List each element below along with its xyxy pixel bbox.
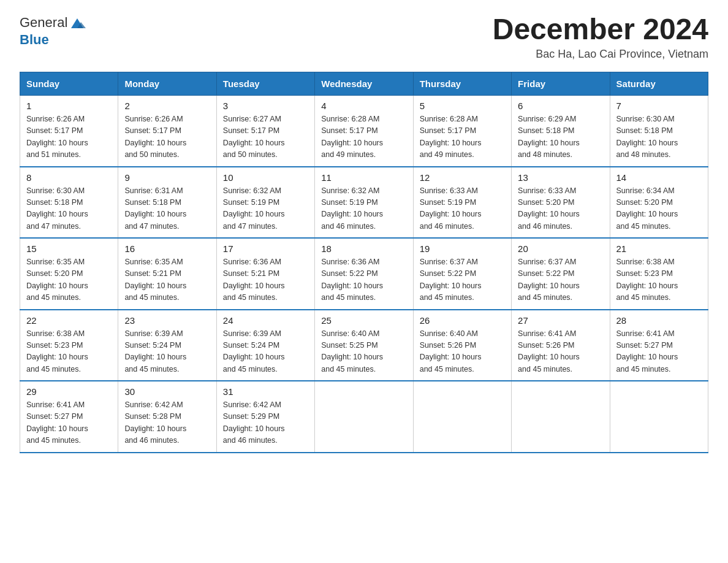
day-number: 12 (420, 172, 505, 183)
day-info: Sunrise: 6:30 AMSunset: 5:18 PMDaylight:… (616, 113, 702, 161)
weekday-header-friday: Friday (512, 72, 610, 96)
day-info: Sunrise: 6:26 AMSunset: 5:17 PMDaylight:… (26, 113, 112, 161)
calendar-day-cell: 11 Sunrise: 6:32 AMSunset: 5:19 PMDaylig… (315, 167, 413, 239)
weekday-header-monday: Monday (118, 72, 216, 96)
day-info: Sunrise: 6:37 AMSunset: 5:22 PMDaylight:… (420, 256, 505, 304)
month-title: December 2024 (493, 15, 708, 44)
calendar-day-cell: 1 Sunrise: 6:26 AMSunset: 5:17 PMDayligh… (20, 96, 118, 167)
day-info: Sunrise: 6:38 AMSunset: 5:23 PMDaylight:… (616, 256, 702, 304)
calendar-week-row: 29 Sunrise: 6:41 AMSunset: 5:27 PMDaylig… (20, 381, 708, 453)
calendar-week-row: 8 Sunrise: 6:30 AMSunset: 5:18 PMDayligh… (20, 167, 708, 239)
weekday-header-row: SundayMondayTuesdayWednesdayThursdayFrid… (20, 72, 708, 96)
calendar-day-cell: 19 Sunrise: 6:37 AMSunset: 5:22 PMDaylig… (413, 238, 511, 310)
day-number: 30 (124, 386, 210, 397)
calendar-day-cell: 5 Sunrise: 6:28 AMSunset: 5:17 PMDayligh… (413, 96, 511, 167)
day-number: 14 (616, 172, 702, 183)
day-number: 15 (26, 243, 112, 254)
calendar-day-cell: 27 Sunrise: 6:41 AMSunset: 5:26 PMDaylig… (512, 310, 610, 381)
logo-blue-text: Blue (20, 32, 49, 47)
day-number: 28 (616, 315, 702, 326)
day-info: Sunrise: 6:41 AMSunset: 5:27 PMDaylight:… (616, 328, 702, 376)
day-number: 31 (223, 386, 308, 397)
calendar-day-cell (610, 381, 708, 453)
logo: General Blue (20, 15, 86, 47)
day-number: 4 (321, 101, 406, 111)
calendar-week-row: 15 Sunrise: 6:35 AMSunset: 5:20 PMDaylig… (20, 238, 708, 310)
calendar-week-row: 22 Sunrise: 6:38 AMSunset: 5:23 PMDaylig… (20, 310, 708, 381)
day-number: 10 (223, 172, 308, 183)
weekday-header-saturday: Saturday (610, 72, 708, 96)
location-subtitle: Bac Ha, Lao Cai Province, Vietnam (493, 48, 708, 61)
day-info: Sunrise: 6:30 AMSunset: 5:18 PMDaylight:… (26, 185, 112, 233)
day-info: Sunrise: 6:35 AMSunset: 5:21 PMDaylight:… (124, 256, 210, 304)
calendar-day-cell: 26 Sunrise: 6:40 AMSunset: 5:26 PMDaylig… (413, 310, 511, 381)
calendar-table: SundayMondayTuesdayWednesdayThursdayFrid… (20, 72, 708, 453)
day-number: 27 (518, 315, 603, 326)
calendar-day-cell: 6 Sunrise: 6:29 AMSunset: 5:18 PMDayligh… (512, 96, 610, 167)
day-number: 21 (616, 243, 702, 254)
page-header: General Blue December 2024 Bac Ha, Lao C… (20, 15, 708, 61)
day-number: 24 (223, 315, 308, 326)
day-info: Sunrise: 6:39 AMSunset: 5:24 PMDaylight:… (223, 328, 308, 376)
calendar-day-cell: 16 Sunrise: 6:35 AMSunset: 5:21 PMDaylig… (118, 238, 216, 310)
day-info: Sunrise: 6:35 AMSunset: 5:20 PMDaylight:… (26, 256, 112, 304)
weekday-header-sunday: Sunday (20, 72, 118, 96)
day-number: 1 (26, 101, 112, 111)
calendar-day-cell: 29 Sunrise: 6:41 AMSunset: 5:27 PMDaylig… (20, 381, 118, 453)
calendar-day-cell: 30 Sunrise: 6:42 AMSunset: 5:28 PMDaylig… (118, 381, 216, 453)
day-number: 29 (26, 386, 112, 397)
logo-general-text: General (20, 15, 67, 30)
day-number: 2 (124, 101, 210, 111)
day-info: Sunrise: 6:36 AMSunset: 5:21 PMDaylight:… (223, 256, 308, 304)
calendar-title-area: December 2024 Bac Ha, Lao Cai Province, … (493, 15, 708, 61)
day-info: Sunrise: 6:33 AMSunset: 5:19 PMDaylight:… (420, 185, 505, 233)
day-number: 19 (420, 243, 505, 254)
day-number: 18 (321, 243, 406, 254)
calendar-day-cell: 20 Sunrise: 6:37 AMSunset: 5:22 PMDaylig… (512, 238, 610, 310)
weekday-header-tuesday: Tuesday (216, 72, 314, 96)
day-info: Sunrise: 6:29 AMSunset: 5:18 PMDaylight:… (518, 113, 603, 161)
day-number: 23 (124, 315, 210, 326)
calendar-day-cell: 7 Sunrise: 6:30 AMSunset: 5:18 PMDayligh… (610, 96, 708, 167)
day-info: Sunrise: 6:41 AMSunset: 5:27 PMDaylight:… (26, 399, 112, 447)
calendar-day-cell: 18 Sunrise: 6:36 AMSunset: 5:22 PMDaylig… (315, 238, 413, 310)
calendar-day-cell (315, 381, 413, 453)
calendar-day-cell: 2 Sunrise: 6:26 AMSunset: 5:17 PMDayligh… (118, 96, 216, 167)
day-info: Sunrise: 6:40 AMSunset: 5:25 PMDaylight:… (321, 328, 406, 376)
calendar-day-cell: 4 Sunrise: 6:28 AMSunset: 5:17 PMDayligh… (315, 96, 413, 167)
day-number: 7 (616, 101, 702, 111)
calendar-day-cell: 15 Sunrise: 6:35 AMSunset: 5:20 PMDaylig… (20, 238, 118, 310)
day-number: 17 (223, 243, 308, 254)
calendar-day-cell: 21 Sunrise: 6:38 AMSunset: 5:23 PMDaylig… (610, 238, 708, 310)
day-info: Sunrise: 6:41 AMSunset: 5:26 PMDaylight:… (518, 328, 603, 376)
calendar-day-cell: 28 Sunrise: 6:41 AMSunset: 5:27 PMDaylig… (610, 310, 708, 381)
day-number: 9 (124, 172, 210, 183)
calendar-week-row: 1 Sunrise: 6:26 AMSunset: 5:17 PMDayligh… (20, 96, 708, 167)
calendar-day-cell: 24 Sunrise: 6:39 AMSunset: 5:24 PMDaylig… (216, 310, 314, 381)
day-number: 25 (321, 315, 406, 326)
day-number: 26 (420, 315, 505, 326)
day-number: 3 (223, 101, 308, 111)
calendar-day-cell: 8 Sunrise: 6:30 AMSunset: 5:18 PMDayligh… (20, 167, 118, 239)
calendar-day-cell: 12 Sunrise: 6:33 AMSunset: 5:19 PMDaylig… (413, 167, 511, 239)
day-info: Sunrise: 6:38 AMSunset: 5:23 PMDaylight:… (26, 328, 112, 376)
day-number: 8 (26, 172, 112, 183)
calendar-day-cell: 23 Sunrise: 6:39 AMSunset: 5:24 PMDaylig… (118, 310, 216, 381)
weekday-header-wednesday: Wednesday (315, 72, 413, 96)
day-info: Sunrise: 6:40 AMSunset: 5:26 PMDaylight:… (420, 328, 505, 376)
day-info: Sunrise: 6:26 AMSunset: 5:17 PMDaylight:… (124, 113, 210, 161)
calendar-day-cell: 31 Sunrise: 6:42 AMSunset: 5:29 PMDaylig… (216, 381, 314, 453)
day-number: 22 (26, 315, 112, 326)
day-info: Sunrise: 6:27 AMSunset: 5:17 PMDaylight:… (223, 113, 308, 161)
day-number: 16 (124, 243, 210, 254)
calendar-day-cell: 14 Sunrise: 6:34 AMSunset: 5:20 PMDaylig… (610, 167, 708, 239)
day-number: 11 (321, 172, 406, 183)
day-info: Sunrise: 6:28 AMSunset: 5:17 PMDaylight:… (420, 113, 505, 161)
day-info: Sunrise: 6:42 AMSunset: 5:28 PMDaylight:… (124, 399, 210, 447)
day-info: Sunrise: 6:37 AMSunset: 5:22 PMDaylight:… (518, 256, 603, 304)
day-info: Sunrise: 6:32 AMSunset: 5:19 PMDaylight:… (223, 185, 308, 233)
day-info: Sunrise: 6:31 AMSunset: 5:18 PMDaylight:… (124, 185, 210, 233)
calendar-day-cell: 13 Sunrise: 6:33 AMSunset: 5:20 PMDaylig… (512, 167, 610, 239)
calendar-day-cell (512, 381, 610, 453)
day-info: Sunrise: 6:28 AMSunset: 5:17 PMDaylight:… (321, 113, 406, 161)
